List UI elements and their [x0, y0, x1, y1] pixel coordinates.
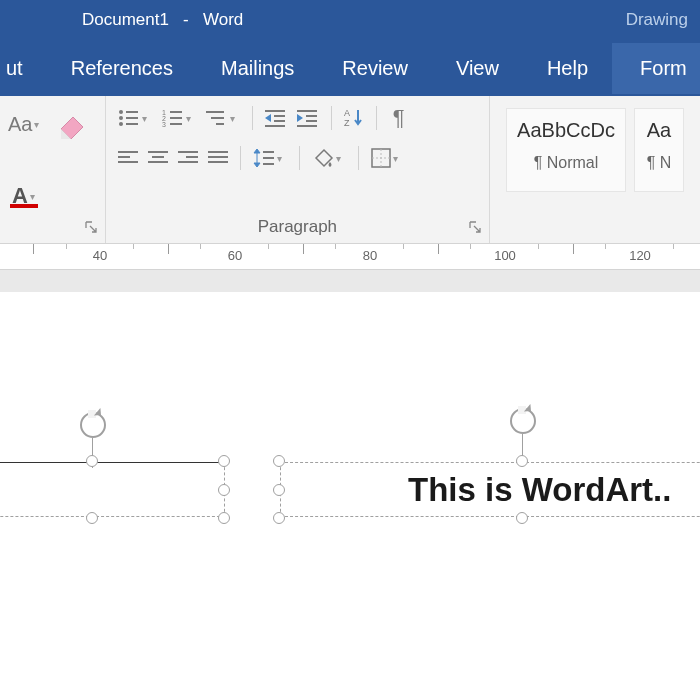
chevron-down-icon: ▾	[142, 113, 152, 124]
decrease-indent-icon	[265, 109, 287, 127]
group-styles: AaBbCcDc ¶ Normal Aa ¶ N	[490, 96, 700, 243]
chevron-down-icon: ▾	[230, 113, 240, 124]
tab-view[interactable]: View	[432, 43, 523, 94]
svg-rect-38	[263, 157, 274, 159]
svg-point-2	[119, 116, 123, 120]
titlebar: Document1 - Word Drawing	[0, 0, 700, 40]
numbering-button[interactable]: 123 ▾	[158, 104, 200, 132]
svg-rect-3	[126, 117, 138, 119]
textbox-body[interactable]	[0, 462, 225, 517]
resize-handle[interactable]	[218, 484, 230, 496]
svg-rect-13	[211, 117, 224, 119]
svg-rect-21	[306, 120, 317, 122]
decrease-indent-button[interactable]	[261, 104, 291, 132]
rotate-handle-icon[interactable]	[80, 412, 106, 438]
separator	[240, 146, 241, 170]
ruler-label: 100	[494, 248, 516, 263]
group-paragraph: ▾ 123 ▾ ▾ AZ ¶	[106, 96, 490, 243]
bullets-button[interactable]: ▾	[114, 104, 156, 132]
textbox-shape-left[interactable]	[0, 462, 225, 517]
resize-handle[interactable]	[273, 484, 285, 496]
doc-name: Document1	[82, 10, 169, 29]
font-dialog-launcher-icon[interactable]	[85, 221, 99, 235]
bullets-icon	[118, 109, 140, 127]
app-name: Word	[203, 10, 243, 29]
ribbon: Aa ▾ A ▾ ▾	[0, 96, 700, 244]
paragraph-dialog-launcher-icon[interactable]	[469, 221, 483, 235]
resize-handle[interactable]	[86, 512, 98, 524]
multilevel-icon	[206, 109, 228, 127]
svg-rect-29	[152, 156, 164, 158]
svg-rect-26	[118, 156, 130, 158]
svg-rect-19	[297, 110, 317, 112]
resize-handle[interactable]	[516, 512, 528, 524]
multilevel-list-button[interactable]: ▾	[202, 104, 244, 132]
tab-layout[interactable]: ut	[0, 43, 47, 94]
style-normal[interactable]: AaBbCcDc ¶ Normal	[506, 108, 626, 192]
borders-icon	[371, 148, 391, 168]
title-sep: -	[174, 10, 199, 29]
paint-bucket-icon	[312, 148, 334, 168]
svg-rect-36	[208, 161, 228, 163]
resize-handle[interactable]	[273, 512, 285, 524]
tab-help[interactable]: Help	[523, 43, 612, 94]
style-no-spacing[interactable]: Aa ¶ N	[634, 108, 684, 192]
svg-rect-16	[274, 115, 285, 117]
svg-rect-32	[186, 156, 198, 158]
window-title: Document1 - Word	[82, 10, 243, 30]
rotate-handle-icon[interactable]	[510, 408, 536, 434]
resize-handle[interactable]	[218, 455, 230, 467]
wordart-text[interactable]: This is WordArt..	[396, 469, 683, 511]
separator	[358, 146, 359, 170]
tab-format[interactable]: Form	[612, 43, 700, 94]
chevron-down-icon: ▾	[336, 153, 346, 164]
chevron-down-icon: ▾	[393, 153, 403, 164]
borders-button[interactable]: ▾	[367, 144, 407, 172]
svg-point-0	[119, 110, 123, 114]
tab-review[interactable]: Review	[318, 43, 432, 94]
tab-mailings[interactable]: Mailings	[197, 43, 318, 94]
document-canvas[interactable]: This is WordArt..	[0, 292, 700, 700]
group-font: Aa ▾ A ▾	[0, 96, 106, 243]
svg-rect-37	[263, 151, 274, 153]
ruler-label: 80	[363, 248, 377, 263]
ruler-label: 120	[629, 248, 651, 263]
ruler[interactable]: 40 60 80 100 120	[0, 244, 700, 270]
svg-rect-14	[216, 123, 224, 125]
svg-rect-39	[263, 163, 274, 165]
increase-indent-button[interactable]	[293, 104, 323, 132]
wordart-shape[interactable]: This is WordArt..	[280, 462, 700, 517]
shading-button[interactable]: ▾	[308, 144, 350, 172]
group-paragraph-label: Paragraph	[106, 217, 489, 237]
svg-rect-30	[148, 161, 168, 163]
change-case-icon: Aa	[8, 113, 32, 136]
align-right-button[interactable]	[174, 144, 202, 172]
svg-rect-27	[118, 161, 138, 163]
font-color-swatch	[10, 204, 38, 208]
resize-handle[interactable]	[516, 455, 528, 467]
change-case-button[interactable]: Aa ▾	[4, 110, 48, 138]
svg-rect-35	[208, 156, 228, 158]
justify-button[interactable]	[204, 144, 232, 172]
align-right-icon	[178, 150, 198, 166]
align-left-button[interactable]	[114, 144, 142, 172]
svg-rect-18	[265, 125, 285, 127]
svg-rect-17	[274, 120, 285, 122]
show-pilcrow-button[interactable]: ¶	[385, 104, 413, 132]
clear-formatting-button[interactable]	[50, 102, 94, 146]
chevron-down-icon: ▾	[30, 191, 40, 202]
line-spacing-button[interactable]: ▾	[249, 144, 291, 172]
wordart-body[interactable]: This is WordArt..	[280, 462, 700, 517]
resize-handle[interactable]	[218, 512, 230, 524]
svg-rect-28	[148, 151, 168, 153]
font-color-button[interactable]: A ▾	[4, 182, 48, 210]
separator	[252, 106, 253, 130]
sort-button[interactable]: AZ	[340, 104, 368, 132]
resize-handle[interactable]	[273, 455, 285, 467]
resize-handle[interactable]	[86, 455, 98, 467]
svg-text:A: A	[344, 108, 350, 118]
align-center-button[interactable]	[144, 144, 172, 172]
increase-indent-icon	[297, 109, 319, 127]
tab-references[interactable]: References	[47, 43, 197, 94]
ruler-label: 40	[93, 248, 107, 263]
